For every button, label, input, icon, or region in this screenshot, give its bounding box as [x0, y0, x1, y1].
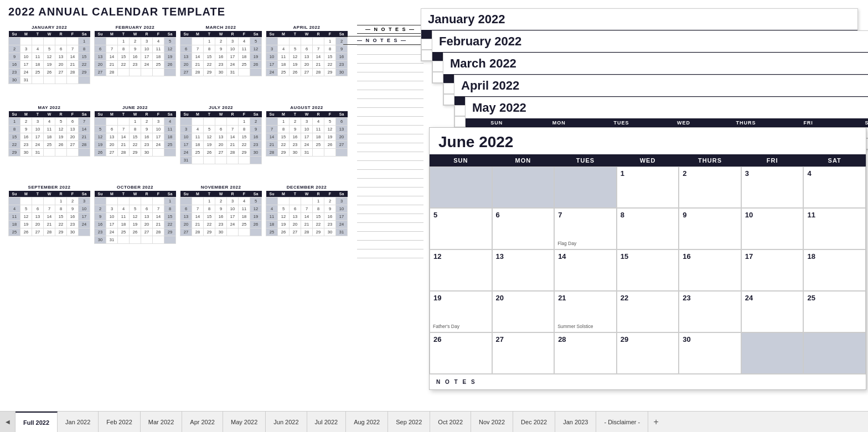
june-header-cell: SAT	[803, 154, 866, 166]
tab---disclaimer--[interactable]: - Disclaimer -	[596, 412, 648, 432]
tab-may-2022[interactable]: May 2022	[223, 412, 266, 432]
june-cell: 18	[803, 249, 866, 291]
mini-cal-cell: 13	[336, 125, 348, 133]
mini-cal-cell: 27	[32, 228, 44, 236]
tab-apr-2022[interactable]: Apr 2022	[182, 412, 223, 432]
tab-dec-2022[interactable]: Dec 2022	[513, 412, 555, 432]
mini-cal-header: Su	[95, 191, 106, 197]
mini-cal-cell: 8	[313, 205, 324, 213]
mini-cal-header: R	[141, 111, 153, 118]
mini-cal-cell: 13	[55, 53, 67, 61]
mini-cal-cell: 8	[278, 125, 290, 133]
mini-cal-cell: 10	[227, 45, 239, 53]
mini-cal-cell: 26	[164, 61, 176, 69]
mini-cal-cell: 10	[32, 125, 44, 133]
mini-cal-cell: 22	[239, 140, 250, 148]
mini-cal-cell	[118, 236, 130, 244]
mini-cal-cell: 15	[164, 213, 176, 221]
mini-cal-cell	[130, 69, 141, 76]
mini-cal-cell: 9	[324, 205, 336, 213]
mini-cal-cell: 17	[336, 213, 348, 221]
mini-cal-title: JULY 2022	[180, 105, 262, 110]
mini-cal-cell: 9	[250, 125, 262, 133]
mini-cal-cell: 10	[227, 205, 239, 213]
mini-cal-header: T	[118, 111, 130, 118]
mini-cal-cell: 21	[79, 133, 90, 140]
mini-cal-cell	[227, 228, 239, 236]
mini-cal-cell: 13	[290, 213, 301, 221]
notes-line	[357, 223, 423, 232]
mini-cal-cell: 26	[55, 140, 67, 148]
mini-cal-cell	[180, 197, 192, 205]
sheet-header-cell: THURS	[715, 118, 777, 127]
mini-cal-header: T	[290, 31, 301, 38]
mini-cal-cell: 31	[227, 69, 239, 76]
mini-cal-cell: 11	[44, 125, 55, 133]
mini-cal-december-2022: DECEMBER 2022SuMTWRFSa123456789101112131…	[266, 185, 348, 258]
tab-nov-2022[interactable]: Nov 2022	[471, 412, 513, 432]
mini-cal-cell: 24	[141, 61, 153, 69]
mini-cal-cell: 15	[204, 213, 215, 221]
mini-cal-header: M	[20, 111, 32, 118]
mini-cal-cell	[106, 38, 118, 45]
tab-sep-2022[interactable]: Sep 2022	[388, 412, 430, 432]
mini-cal-cell: 28	[153, 228, 164, 236]
mini-cal-cell: 19	[250, 213, 262, 221]
mini-cal-cell: 18	[164, 133, 176, 140]
mini-cal-header: R	[55, 31, 67, 38]
mini-cal-cell: 8	[118, 45, 130, 53]
notes-line	[357, 205, 423, 214]
mini-cal-cell	[141, 236, 153, 244]
tab-nav-left[interactable]: ◀	[0, 412, 16, 432]
mini-cal-header: T	[204, 191, 215, 197]
mini-cal-cell: 21	[118, 140, 130, 148]
mini-cal-cell	[153, 148, 164, 156]
mini-cal-cell: 23	[215, 61, 227, 69]
tab-aug-2022[interactable]: Aug 2022	[346, 412, 388, 432]
mini-cal-cell: 16	[250, 133, 262, 140]
mini-cal-cell: 7	[106, 45, 118, 53]
tab-full-2022[interactable]: Full 2022	[16, 412, 58, 432]
mini-cal-cell: 19	[20, 221, 32, 228]
june-cell-number: 5	[433, 211, 437, 219]
mini-cal-cell: 30	[290, 148, 301, 156]
mini-cal-cell: 8	[55, 205, 67, 213]
mini-cal-cell: 21	[227, 140, 239, 148]
june-title: June 2022	[430, 128, 866, 154]
mini-cal-cell: 5	[44, 45, 55, 53]
mini-cal-cell: 14	[44, 213, 55, 221]
tab-mar-2022[interactable]: Mar 2022	[141, 412, 182, 432]
tab-oct-2022[interactable]: Oct 2022	[430, 412, 471, 432]
mini-cal-cell: 28	[266, 148, 278, 156]
mini-cal-title: APRIL 2022	[266, 25, 348, 30]
mini-cal-cell: 4	[239, 197, 250, 205]
mini-cal-cell: 6	[67, 117, 79, 125]
mini-cal-cell: 17	[301, 133, 313, 140]
tab-jul-2022[interactable]: Jul 2022	[307, 412, 347, 432]
mini-cal-header: Su	[95, 111, 106, 118]
tab-feb-2022[interactable]: Feb 2022	[99, 412, 140, 432]
mini-cal-header: Su	[180, 111, 192, 118]
june-cell: 4	[803, 166, 866, 208]
tab-jan-2022[interactable]: Jan 2022	[58, 412, 99, 432]
mini-cal-cell	[180, 117, 192, 125]
mini-cal-header: Sa	[79, 191, 90, 197]
tab-jan-2023[interactable]: Jan 2023	[555, 412, 596, 432]
mini-cal-january-2022: JANUARY 2022SuMTWRFSa1234567891011121314…	[8, 25, 90, 98]
june-header-cell: MON	[492, 154, 555, 166]
june-cell: 11	[803, 208, 866, 249]
mini-cal-cell: 26	[250, 61, 262, 69]
notes-line	[357, 170, 423, 179]
mini-cal-cell: 2	[130, 38, 141, 45]
mini-cal-header: F	[239, 31, 250, 38]
mini-cal-header: F	[324, 31, 336, 38]
tab-add-button[interactable]: +	[648, 412, 664, 432]
tab-jun-2022[interactable]: Jun 2022	[266, 412, 307, 432]
mini-cal-cell: 31	[106, 236, 118, 244]
june-cell: 30	[679, 332, 741, 374]
mini-cal-header: T	[32, 31, 44, 38]
mini-cal-cell: 15	[130, 133, 141, 140]
mini-cal-cell	[313, 38, 324, 45]
june-cell: 23	[679, 291, 741, 332]
mini-cal-cell: 20	[106, 140, 118, 148]
